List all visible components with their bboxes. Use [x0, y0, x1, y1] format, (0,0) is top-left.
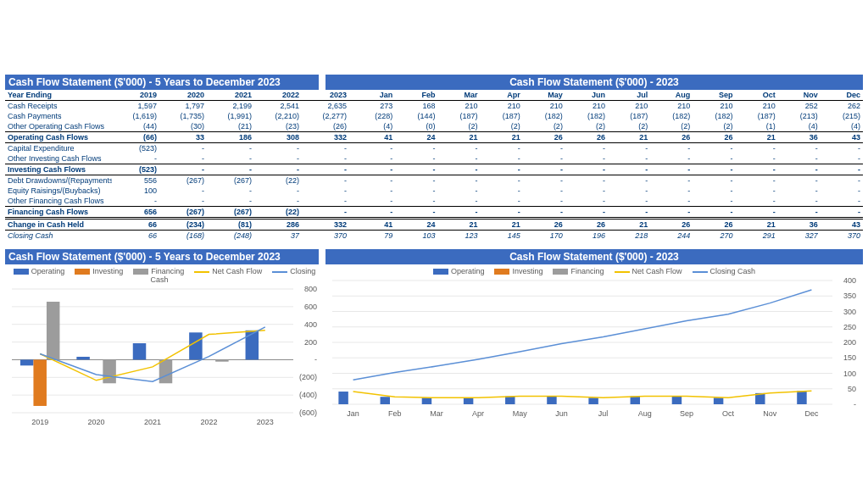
svg-rect-56 — [588, 397, 598, 404]
svg-rect-58 — [672, 397, 682, 404]
svg-text:600: 600 — [304, 303, 317, 311]
svg-text:400: 400 — [304, 320, 317, 329]
svg-text:2019: 2019 — [31, 418, 48, 426]
svg-rect-61 — [797, 391, 806, 404]
svg-text:50: 50 — [848, 385, 856, 393]
svg-text:Jan: Jan — [347, 409, 359, 418]
svg-rect-19 — [133, 343, 146, 359]
svg-text:May: May — [513, 409, 528, 418]
legend-yearly: OperatingInvestingFinancingNet Cash Flow… — [5, 267, 319, 284]
svg-text:400: 400 — [843, 277, 856, 285]
svg-rect-54 — [505, 397, 515, 404]
svg-text:Oct: Oct — [722, 409, 735, 418]
svg-text:200: 200 — [843, 338, 856, 347]
svg-rect-25 — [159, 359, 172, 383]
yearly-chart: (600)(400)(200)-200400600800201920202021… — [5, 286, 319, 428]
svg-text:2020: 2020 — [88, 418, 105, 426]
svg-text:Mar: Mar — [430, 409, 443, 418]
svg-text:800: 800 — [304, 286, 317, 293]
svg-rect-53 — [464, 397, 473, 404]
svg-text:Nov: Nov — [763, 409, 777, 418]
svg-text:2022: 2022 — [200, 418, 217, 426]
svg-text:200: 200 — [304, 338, 317, 347]
svg-rect-26 — [215, 359, 228, 361]
svg-rect-50 — [338, 392, 348, 404]
svg-rect-55 — [547, 397, 556, 404]
svg-text:Sep: Sep — [680, 409, 693, 418]
svg-rect-20 — [189, 332, 202, 359]
svg-rect-22 — [33, 359, 46, 406]
title-yearly-chart: Cash Flow Statement ($'000) - 5 Years to… — [5, 249, 319, 264]
svg-text:(400): (400) — [299, 391, 317, 399]
svg-rect-23 — [47, 302, 59, 359]
svg-text:Feb: Feb — [388, 409, 402, 418]
svg-text:150: 150 — [843, 353, 856, 362]
svg-text:Dec: Dec — [804, 409, 819, 418]
svg-rect-24 — [103, 359, 115, 383]
monthly-chart: -50100150200250300350400JanFebMarAprMayJ… — [326, 277, 858, 420]
svg-text:100: 100 — [843, 370, 856, 378]
svg-rect-59 — [714, 397, 723, 404]
monthly-table: JanFebMarAprMayJunJulAugSepOctNovDec2731… — [326, 90, 863, 241]
svg-rect-18 — [76, 357, 89, 359]
svg-text:Apr: Apr — [472, 409, 484, 418]
svg-text:-: - — [854, 400, 856, 408]
svg-rect-51 — [381, 397, 390, 404]
svg-text:Jun: Jun — [555, 409, 568, 418]
yearly-table: Year Ending 20192020202120222023 Cash Re… — [5, 90, 349, 241]
title-monthly-table: Cash Flow Statement ($'000) - 2023 — [326, 75, 863, 90]
svg-text:350: 350 — [843, 292, 856, 300]
svg-text:2021: 2021 — [144, 418, 161, 426]
title-yearly-table: Cash Flow Statement ($'000) - 5 Years to… — [5, 75, 319, 90]
row-year-ending: Year Ending — [5, 90, 112, 101]
svg-text:Aug: Aug — [638, 409, 652, 418]
title-monthly-chart: Cash Flow Statement ($'000) - 2023 — [326, 249, 863, 264]
svg-text:-: - — [314, 355, 317, 364]
svg-text:250: 250 — [843, 323, 856, 331]
svg-text:(200): (200) — [299, 373, 317, 381]
svg-text:2023: 2023 — [257, 418, 274, 426]
svg-text:300: 300 — [843, 308, 856, 316]
svg-rect-57 — [631, 397, 640, 404]
svg-rect-17 — [20, 359, 33, 365]
svg-text:Jul: Jul — [598, 409, 609, 418]
svg-text:(600): (600) — [299, 408, 317, 417]
legend-monthly: OperatingInvestingFinancingNet Cash Flow… — [326, 267, 863, 275]
svg-rect-52 — [422, 397, 431, 404]
svg-rect-21 — [246, 331, 259, 360]
